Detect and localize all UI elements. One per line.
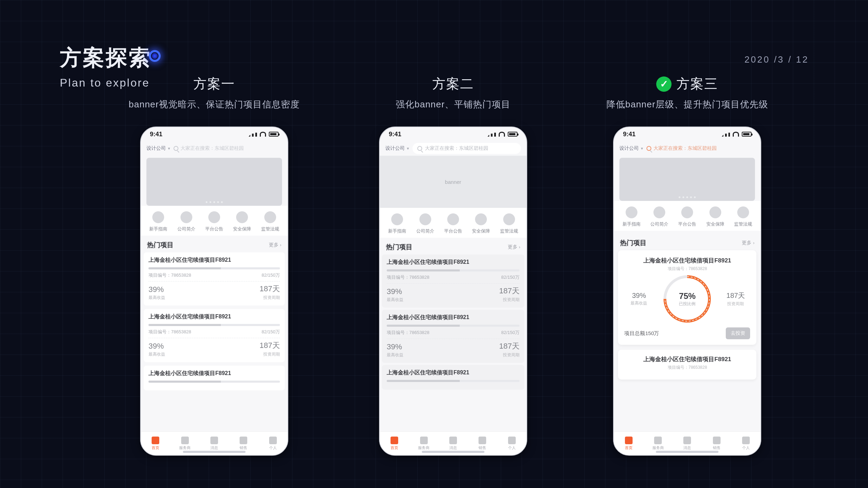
grid-icon — [654, 437, 662, 444]
search-hint-text: 大家正在搜索：东城区碧桂园 — [180, 145, 244, 152]
tab-profile[interactable]: 个人 — [497, 432, 527, 455]
check-icon: ✓ — [656, 76, 672, 92]
card-title: 上海金桂小区住宅续借项目F8921 — [624, 257, 750, 265]
nav-item[interactable]: 安全保障 — [706, 206, 724, 227]
nav-item[interactable]: 监管法规 — [261, 211, 279, 232]
nav-item[interactable]: 新手指南 — [149, 211, 167, 232]
nav-item[interactable]: 安全保障 — [472, 213, 490, 234]
progress-bar — [148, 267, 280, 269]
tab-profile[interactable]: 个人 — [258, 432, 288, 455]
nav-item[interactable]: 平台公告 — [444, 213, 462, 234]
chevron-right-icon: › — [519, 245, 520, 250]
nav-grid: 新手指南 公司简介 平台公告 安全保障 监管法规 — [614, 201, 761, 231]
top-row: 设计公司 ▾ 大家正在搜索：东城区碧桂园 — [141, 141, 288, 156]
company-label[interactable]: 设计公司 — [146, 145, 166, 152]
project-card[interactable]: 上海金桂小区住宅续借项目F8921 项目编号：78653828 — [618, 350, 756, 380]
banner[interactable] — [146, 158, 282, 206]
search-input[interactable]: 大家正在搜索：东城区碧桂园 — [412, 143, 521, 154]
nav-item[interactable]: 平台公告 — [205, 211, 223, 232]
section-title: 热门项目 — [620, 238, 646, 247]
stat-days-label: 投资周期 — [263, 351, 280, 357]
invest-button[interactable]: 去投资 — [726, 327, 750, 339]
nav-dot-icon — [419, 213, 431, 225]
tab-label: 服务商 — [179, 445, 191, 450]
user-icon — [742, 437, 750, 444]
nav-item[interactable]: 公司简介 — [177, 211, 195, 232]
project-card[interactable]: 上海金桂小区住宅续借项目F8921 项目编号：7865382882/150万 3… — [382, 310, 524, 363]
phone-mock-3: 9:41 设计公司 ▾ 大家正在搜索：东城区碧桂园 新手指南 公司简介 平台公告 — [613, 127, 761, 456]
project-list: 上海金桂小区住宅续借项目F8921 项目编号：7865382882/150万 3… — [380, 254, 527, 390]
more-link[interactable]: 更多› — [742, 240, 754, 246]
nav-item[interactable]: 监管法规 — [734, 206, 752, 227]
card-title: 上海金桂小区住宅续借项目F8921 — [387, 369, 520, 376]
status-bar: 9:41 — [141, 127, 288, 141]
nav-dot-icon — [264, 211, 276, 223]
nav-label: 安全保障 — [233, 226, 251, 232]
nav-dot-icon — [709, 206, 721, 218]
title-accent-dot — [149, 50, 161, 62]
tab-home[interactable]: 首页 — [141, 432, 170, 455]
progress-bar — [387, 269, 520, 271]
nav-label: 公司简介 — [177, 226, 195, 232]
signal-icon — [488, 132, 496, 137]
company-label[interactable]: 设计公司 — [619, 145, 639, 152]
nav-item[interactable]: 公司简介 — [650, 206, 668, 227]
search-placeholder: 大家正在搜索：东城区碧桂园 — [425, 145, 488, 152]
nav-dot-icon — [737, 206, 749, 218]
tab-home[interactable]: 首页 — [614, 432, 643, 455]
plan-title: 方案一 — [193, 75, 235, 93]
nav-item[interactable]: 公司简介 — [416, 213, 434, 234]
status-time: 9:41 — [623, 131, 635, 138]
home-indicator — [183, 451, 246, 453]
project-card[interactable]: 上海金桂小区住宅续借项目F8921 — [382, 365, 524, 390]
tab-profile[interactable]: 个人 — [731, 432, 761, 455]
project-card[interactable]: 上海金桂小区住宅续借项目F8921 — [144, 366, 285, 390]
nav-label: 监管法规 — [261, 226, 279, 232]
chevron-down-icon[interactable]: ▾ — [168, 146, 170, 151]
chevron-right-icon: › — [753, 241, 754, 245]
banner[interactable] — [619, 158, 755, 201]
nav-dot-icon — [152, 211, 164, 223]
tab-home[interactable]: 首页 — [380, 432, 409, 455]
chevron-down-icon[interactable]: ▾ — [407, 146, 409, 151]
nav-dot-icon — [503, 213, 515, 225]
nav-item[interactable]: 平台公告 — [678, 206, 696, 227]
nav-dot-icon — [447, 213, 459, 225]
signal-icon — [722, 132, 730, 137]
nav-item[interactable]: 新手指南 — [388, 213, 406, 234]
card-title: 上海金桂小区住宅续借项目F8921 — [387, 259, 520, 266]
banner-text: banner — [445, 179, 461, 185]
nav-item[interactable]: 安全保障 — [233, 211, 251, 232]
tag-icon — [713, 437, 721, 444]
chevron-right-icon: › — [280, 243, 281, 247]
tab-label: 首页 — [152, 445, 159, 450]
battery-icon — [508, 132, 517, 137]
plan-title: 方案二 — [432, 75, 474, 93]
search-icon — [646, 146, 651, 151]
nav-dot-icon — [180, 211, 192, 223]
project-card[interactable]: 上海金桂小区住宅续借项目F8921 项目编号：7865382882/150万 3… — [144, 252, 285, 306]
chevron-down-icon[interactable]: ▾ — [641, 146, 643, 151]
featured-project-card[interactable]: 上海金桂小区住宅续借项目F8921 项目编号：78653828 39% 最高收益… — [618, 250, 756, 345]
search-hint[interactable]: 大家正在搜索：东城区碧桂园 — [646, 145, 717, 152]
project-card[interactable]: 上海金桂小区住宅续借项目F8921 项目编号：7865382882/150万 3… — [144, 309, 285, 362]
nav-item[interactable]: 监管法规 — [500, 213, 518, 234]
progress-bar — [387, 380, 520, 382]
nav-dot-icon — [391, 213, 403, 225]
search-hint[interactable]: 大家正在搜索：东城区碧桂园 — [174, 145, 244, 152]
card-title: 上海金桂小区住宅续借项目F8921 — [148, 313, 280, 320]
more-link[interactable]: 更多› — [269, 242, 281, 248]
battery-icon — [269, 132, 279, 137]
stat-days: 187天 — [726, 291, 745, 300]
top-row: 设计公司 ▾ 大家正在搜索：东城区碧桂园 — [380, 141, 527, 156]
nav-item[interactable]: 新手指南 — [622, 206, 641, 227]
section-title: 热门项目 — [386, 243, 412, 252]
nav-grid: 新手指南 公司简介 平台公告 安全保障 监管法规 — [380, 208, 527, 238]
stat-pct: 39% — [148, 285, 165, 294]
banner-large[interactable]: banner — [380, 156, 527, 208]
project-card[interactable]: 上海金桂小区住宅续借项目F8921 项目编号：7865382882/150万 3… — [382, 254, 524, 308]
stat-pct-label: 最高收益 — [148, 295, 165, 301]
more-link[interactable]: 更多› — [508, 244, 520, 250]
phone-mock-1: 9:41 设计公司 ▾ 大家正在搜索：东城区碧桂园 — [140, 127, 288, 456]
company-label[interactable]: 设计公司 — [385, 145, 405, 152]
